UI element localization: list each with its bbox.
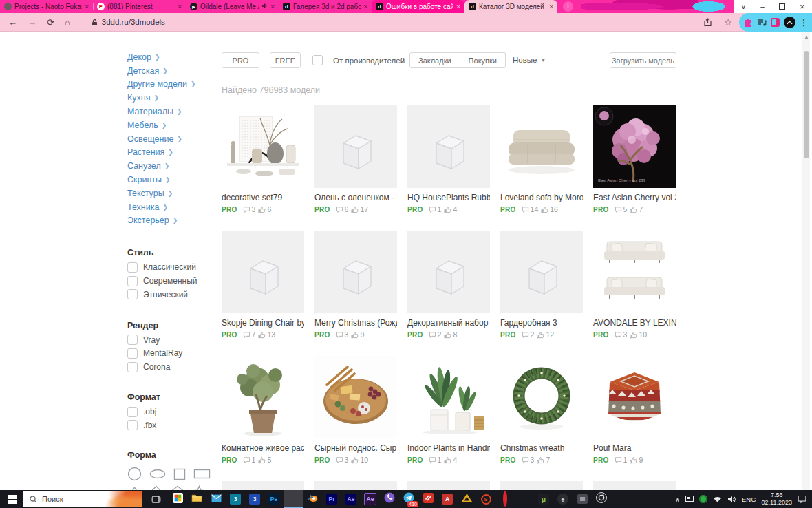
model-card[interactable]: Сырный поднос. Сыр с...PRO310 [314,356,397,472]
filter-option[interactable]: Этнический [127,288,220,301]
premiere-taskbar-button[interactable]: Pr [322,490,341,508]
sidebar-category[interactable]: Детская❯ [127,64,220,78]
tab-close-icon[interactable]: × [85,3,89,10]
share-icon[interactable] [703,18,712,27]
browser-tab[interactable]: dКаталог 3D моделей× [464,0,557,13]
model-card[interactable]: Loveland sofa by MorosoPRO1416 [500,105,583,222]
extension-icon[interactable] [743,18,753,28]
model-card[interactable]: HQ HousePlants Rubber ...PRO14 [407,105,490,222]
tray-green-app-icon[interactable] [699,495,707,503]
model-card[interactable]: Merry Christmas (Рожд...PRO39 [314,231,397,347]
language-indicator[interactable]: ENG [742,496,756,503]
minimize-button[interactable]: – [760,3,765,10]
checkbox[interactable] [127,262,138,273]
scroll-up-arrow[interactable] [804,36,809,39]
sidebar-category[interactable]: Санузел❯ [127,159,220,173]
menu-dots-icon[interactable]: ⋮ [800,18,808,28]
forward-icon[interactable]: → [28,18,36,27]
close-button[interactable]: × [800,3,804,11]
model-card[interactable]: Гардеробная 3PRO212 [500,231,583,347]
tab-audio-icon[interactable] [261,3,268,10]
dark-box-app-taskbar-button[interactable] [573,490,592,508]
obs-taskbar-button[interactable] [592,490,611,508]
tab-close-icon[interactable]: × [270,3,275,10]
spade-app-taskbar-button[interactable]: ♠ [553,490,573,508]
model-card[interactable]: AVONDALE BY LEXINGT...PRO310 [593,231,676,347]
manufacturers-checkbox[interactable] [312,55,323,65]
model-title[interactable]: East Asian Cherry vol 239 [593,193,676,202]
checkbox[interactable] [127,289,138,299]
model-card[interactable]: Комнатное живое раст...PRO15 [222,356,304,472]
sidebar-category[interactable]: Другие модели❯ [127,78,220,92]
upload-model-button[interactable]: Загрузить модель [610,52,676,68]
file-explorer-taskbar-button[interactable] [187,490,206,508]
gold-triangle-app-taskbar-button[interactable] [457,490,476,508]
maximize-button[interactable] [779,3,785,10]
tab-close-icon[interactable]: × [549,3,553,10]
browser-tab[interactable]: dОшибки в работе сайта× [372,0,464,13]
checkbox[interactable] [127,335,138,345]
3ds-max-blue-taskbar-button[interactable]: 3 [245,490,264,508]
opera-taskbar-button[interactable] [495,490,515,508]
model-title[interactable]: HQ HousePlants Rubber ... [407,193,490,202]
filter-option[interactable]: .obj [127,405,220,419]
model-title[interactable]: Олень с олененком - ро... [314,193,397,202]
autodesk-taskbar-button[interactable]: A [438,490,457,508]
model-title[interactable]: decorative set79 [222,193,304,202]
model-title[interactable]: Гардеробная 3 [500,318,583,328]
tray-window-icon[interactable] [685,496,694,502]
purchases-button[interactable]: Покупки [460,52,506,68]
viber-taskbar-button[interactable] [380,490,399,508]
bookmark-star-icon[interactable]: ☆ [724,17,732,28]
hidden-icons-chevron[interactable]: ∧ [675,496,680,504]
sidebar-category[interactable]: Освещение❯ [127,132,220,146]
model-card-partial[interactable] [314,481,397,491]
checkbox[interactable] [127,420,138,430]
sidebar-category[interactable]: Декор❯ [127,50,220,64]
sidebar-category[interactable]: Экстерьер❯ [127,214,220,228]
model-card[interactable]: Pouf MaraPRO19 [593,356,676,472]
filter-option[interactable]: Corona [127,360,220,374]
photoshop-taskbar-button[interactable]: Ps [264,490,284,508]
filter-option[interactable]: MentalRay [127,347,220,361]
tab-close-icon[interactable]: × [456,3,460,10]
reload-icon[interactable]: ⟳ [47,18,54,27]
telegram-taskbar-button[interactable]: 410 [399,490,418,508]
model-title[interactable]: Indoor Plants in Handma... [407,443,490,453]
model-title[interactable]: Декоративный набор [407,318,490,328]
wifi-icon[interactable] [713,496,722,502]
taskbar-clock[interactable]: 7:56 02.11.2023 [762,491,792,507]
home-icon[interactable]: ⌂ [65,18,70,27]
sidebar-category[interactable]: Кухня❯ [127,91,220,105]
model-title[interactable]: Merry Christmas (Рожд... [314,318,397,328]
tab-close-icon[interactable]: × [363,3,367,10]
model-card[interactable]: East Asian Cherry vol 239East Asian Cher… [593,105,676,222]
volume-icon[interactable] [727,496,736,503]
sketchup-taskbar-button[interactable] [418,490,438,508]
back-icon[interactable]: ← [8,18,17,27]
bookmarks-button[interactable]: Закладки [409,52,460,68]
model-card[interactable]: Декоративный наборPRO28 [407,231,490,347]
profile-avatar[interactable] [784,17,795,28]
blender-taskbar-button[interactable] [303,490,322,508]
sort-dropdown[interactable]: Новые ▼ [513,56,546,64]
task-view-button[interactable] [146,490,165,508]
browser-tab[interactable]: P(881) Pinterest× [93,0,186,13]
utorrent-taskbar-button[interactable]: µ [534,490,553,508]
free-filter-button[interactable]: FREE [270,52,301,68]
taskbar-search[interactable]: Поиск [23,491,142,507]
address-bar[interactable]: 3ddd.ru/3dmodels [92,18,165,26]
manufacturers-filter[interactable]: От производителей [312,55,418,65]
sidebar-category[interactable]: Материалы❯ [127,105,220,118]
sidebar-category[interactable]: Техника❯ [127,200,220,214]
model-title[interactable]: Christmas wreath [500,443,583,453]
checkbox[interactable] [127,407,138,417]
after-effects-taskbar-button[interactable]: Ae [341,490,361,508]
checkbox[interactable] [127,348,138,359]
filter-option[interactable]: Vray [127,333,220,347]
shape-rectangle[interactable] [193,469,211,479]
model-card[interactable]: Christmas wreathPRO37 [500,356,583,472]
scrollbar-thumb[interactable] [804,51,809,158]
model-title[interactable]: Комнатное живое раст... [222,443,304,453]
tab-close-icon[interactable]: × [178,3,182,10]
